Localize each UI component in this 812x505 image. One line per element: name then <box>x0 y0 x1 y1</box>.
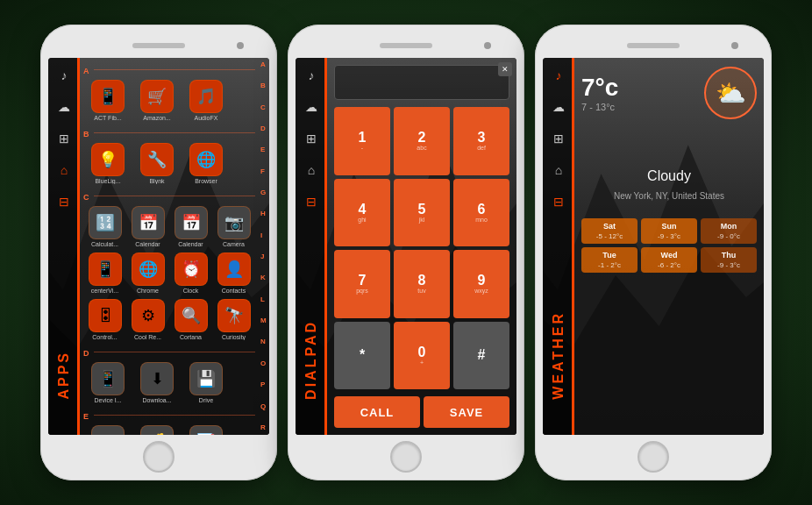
app-calendar-label: Calendar <box>128 241 167 247</box>
app-blynk[interactable]: 🔧 Blynk <box>134 143 180 184</box>
alpha-i: I <box>260 232 267 239</box>
dial-key-hash[interactable]: # <box>453 322 509 390</box>
section-d-label: D <box>82 349 89 358</box>
weather-wed-name: Wed <box>661 251 678 260</box>
sidebar-home[interactable]: ⌂ <box>53 160 75 181</box>
sidebar-grid-3[interactable]: ⊞ <box>548 128 569 149</box>
app-amazon[interactable]: 🛒 Amazon... <box>134 80 180 121</box>
call-button[interactable]: CALL <box>334 396 420 428</box>
alpha-a: A <box>260 61 267 68</box>
speaker-1 <box>132 43 185 48</box>
sidebar-grid-2[interactable]: ⊞ <box>301 128 322 149</box>
sidebar-dialpad-btn[interactable]: ⊟ <box>301 191 322 212</box>
weather-day-sun: Sun -9 - 3°c <box>641 218 697 244</box>
dialpad-close-btn[interactable]: ✕ <box>498 62 512 76</box>
apps-label-text: APPS <box>56 351 72 400</box>
app-evernote-icon: 📝 <box>189 425 223 435</box>
weather-grid: Sat -5 - 12°c Sun -9 - 3°c Mon -9 - 0°c … <box>581 218 757 273</box>
app-clock[interactable]: ⏰ Clock <box>171 252 210 294</box>
app-drive-icon: 💾 <box>189 362 223 395</box>
app-emical[interactable]: 💰 EMI Cal. <box>134 425 180 435</box>
app-cortana-icon: 🔍 <box>175 299 208 332</box>
app-bluelight-icon: 💡 <box>91 143 125 176</box>
dial-key-star[interactable]: * <box>334 322 390 390</box>
app-contacts[interactable]: 👤 Contacts <box>214 252 253 294</box>
dial-num-hash: # <box>478 348 486 362</box>
dial-letters-0: + <box>420 359 424 366</box>
app-curiosity-label: Curiosity <box>214 334 253 340</box>
sidebar-headphone-3[interactable]: ♪ <box>548 65 569 86</box>
app-evernote[interactable]: 📝 Evernote <box>183 425 229 435</box>
app-centerview[interactable]: 📱 centerVi... <box>85 252 125 294</box>
sidebar-label-dialpad: DIALPAD <box>296 320 327 400</box>
dial-letters-2: abc <box>417 145 426 151</box>
app-bluelight[interactable]: 💡 BlueLig... <box>85 143 131 184</box>
app-device[interactable]: 📱 Device I... <box>85 362 131 403</box>
sidebar-apps-btn[interactable]: ⊟ <box>53 191 75 212</box>
sidebar-cloud-3[interactable]: ☁ <box>548 96 569 117</box>
dial-num-5: 5 <box>418 203 426 217</box>
app-download[interactable]: ⬇ Downloa... <box>134 362 180 403</box>
dial-key-8[interactable]: 8 tuv <box>394 250 450 318</box>
dial-key-2[interactable]: 2 abc <box>394 107 450 175</box>
sidebar-headphone[interactable]: ♪ <box>53 65 75 86</box>
app-row-a: 📱 ACT Fib... 🛒 Amazon... 🎵 AudioFX <box>82 78 257 123</box>
home-button-1[interactable] <box>143 441 175 473</box>
dialpad-label-text: DIALPAD <box>303 320 319 400</box>
app-curiosity[interactable]: 🔭 Curiosity <box>214 299 253 340</box>
sidebar-grid[interactable]: ⊞ <box>53 128 75 149</box>
app-row-b: 💡 BlueLig... 🔧 Blynk 🌐 Browser <box>82 141 257 186</box>
dial-num-9: 9 <box>478 274 486 288</box>
app-control[interactable]: 🎛 Control... <box>85 299 125 340</box>
home-button-3[interactable] <box>637 441 669 473</box>
app-coolre[interactable]: ⚙ Cool Re... <box>128 299 167 340</box>
app-row-e: 📧 Email 💰 EMI Cal. 📝 Evernote <box>82 423 257 435</box>
dial-key-7[interactable]: 7 pqrs <box>334 250 390 318</box>
home-button-2[interactable] <box>390 441 422 473</box>
app-drive[interactable]: 💾 Drive <box>183 362 229 403</box>
app-calendar[interactable]: 📅 Calendar <box>128 206 167 247</box>
app-audiofx[interactable]: 🎵 AudioFX <box>183 80 229 121</box>
alpha-k: K <box>260 274 267 281</box>
app-chrome[interactable]: 🌐 Chrome <box>128 252 167 294</box>
phone-bottom-1 <box>47 435 270 479</box>
dial-key-1[interactable]: 1 - <box>334 107 390 175</box>
dial-key-5[interactable]: 5 jkl <box>394 179 450 247</box>
dial-letters-6: mno <box>475 217 488 223</box>
app-audiofx-label: AudioFX <box>183 115 229 121</box>
app-calc-icon: 🔢 <box>89 206 122 239</box>
weather-thu-name: Thu <box>722 251 737 260</box>
sidebar-home-2[interactable]: ⌂ <box>301 160 322 181</box>
sidebar-cloud[interactable]: ☁ <box>53 96 75 117</box>
alpha-g: G <box>260 189 267 196</box>
section-b-line <box>94 132 255 133</box>
app-calc[interactable]: 🔢 Calculat... <box>85 206 125 247</box>
app-centerview-icon: 📱 <box>89 252 122 286</box>
dial-key-6[interactable]: 6 mno <box>453 179 509 247</box>
app-browser[interactable]: 🌐 Browser <box>183 143 229 184</box>
app-curiosity-icon: 🔭 <box>217 299 251 332</box>
phone-top-1 <box>47 33 270 58</box>
sidebar-weather-btn[interactable]: ⊟ <box>548 191 569 212</box>
app-calendar2[interactable]: 📅 Calendar <box>171 206 210 247</box>
dial-key-0[interactable]: 0 + <box>394 322 450 390</box>
app-actfib-icon: 📱 <box>91 80 125 113</box>
section-e-header: E <box>82 407 257 423</box>
save-button[interactable]: SAVE <box>424 396 509 428</box>
alpha-n: N <box>260 338 267 345</box>
app-camera[interactable]: 📷 Camera <box>214 206 253 247</box>
dial-key-9[interactable]: 9 wxyz <box>453 250 509 318</box>
sidebar-weather: ♪ ☁ ⊞ ⌂ ⊟ WEATHER <box>543 58 574 435</box>
weather-location: New York, NY, United States <box>581 191 757 201</box>
dial-key-4[interactable]: 4 ghi <box>334 179 390 247</box>
app-actfib[interactable]: 📱 ACT Fib... <box>85 80 131 121</box>
orange-bar-1 <box>77 58 80 435</box>
app-cortana[interactable]: 🔍 Cortana <box>171 299 210 340</box>
sidebar-home-3[interactable]: ⌂ <box>548 160 569 181</box>
sidebar-cloud-2[interactable]: ☁ <box>301 96 322 117</box>
sidebar-headphone-2[interactable]: ♪ <box>301 65 322 86</box>
app-email[interactable]: 📧 Email <box>85 425 131 435</box>
app-download-icon: ⬇ <box>140 362 174 395</box>
alpha-m: M <box>260 317 267 324</box>
dial-key-3[interactable]: 3 def <box>453 107 509 175</box>
